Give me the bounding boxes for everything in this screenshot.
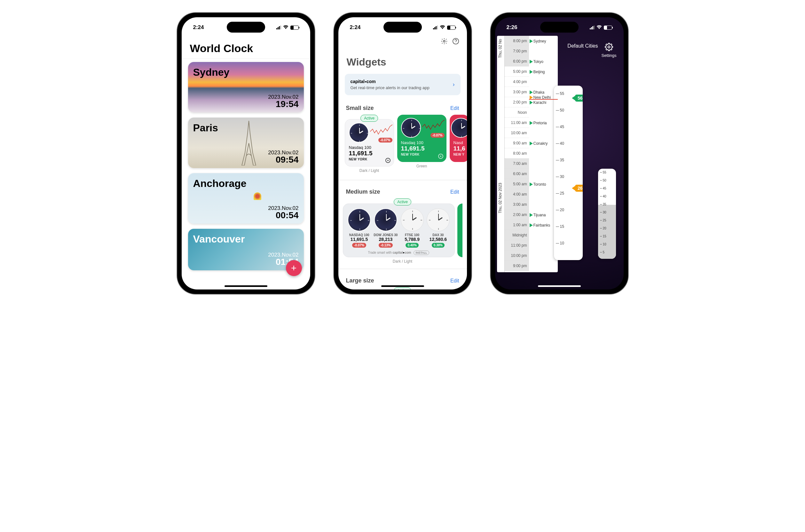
- section-medium-header: Medium size Edit: [339, 185, 467, 198]
- small-widget-red[interactable]: Nasd 11,69 NEW Y: [450, 115, 467, 162]
- index-name: DAX 30: [433, 233, 444, 237]
- help-icon[interactable]: [452, 38, 459, 46]
- clock-icon: [374, 208, 397, 231]
- small-widgets-row[interactable]: Active -0.07% Nasdaq 100 11,691.5 NEW YO…: [339, 115, 467, 175]
- notch: [540, 22, 579, 33]
- small-widget-light[interactable]: -0.07% Nasdaq 100 11,691.5 NEW YORK: [345, 119, 394, 167]
- plus-icon: +: [291, 263, 297, 273]
- scale-tick: 30: [556, 174, 564, 179]
- bullet-icon: [365, 81, 366, 82]
- pct-change: -0.07%: [431, 133, 444, 138]
- now-line: [529, 99, 558, 100]
- marker-city-label: Conakry: [533, 141, 548, 146]
- settings-icon[interactable]: [441, 38, 448, 46]
- edit-button[interactable]: Edit: [450, 189, 459, 195]
- wifi-icon: [283, 25, 289, 30]
- scale-tick: 55: [556, 91, 564, 96]
- section-title: Large size: [346, 277, 374, 284]
- svg-line-29: [386, 218, 390, 221]
- hour-row: 6:00 pm: [505, 56, 529, 66]
- phone-mock-3: 2:26 Default Cities Settings Thu, 02 No …: [491, 13, 628, 294]
- city-card-paris[interactable]: Paris 2023.Nov.02 09:54: [188, 118, 304, 168]
- battery-icon: [604, 25, 612, 30]
- marker-triangle-green-icon: [530, 141, 533, 145]
- hour-row: 7:00 pm: [505, 46, 529, 56]
- battery-icon: [290, 25, 299, 30]
- city-card-sydney[interactable]: Sydney 2023.Nov.02 19:54: [188, 62, 304, 112]
- scale-tick: 40: [556, 141, 564, 146]
- svg-line-17: [461, 126, 465, 129]
- scale-card-2[interactable]: 555045403530252015105: [598, 169, 616, 259]
- marker-city-label: Beijing: [533, 70, 545, 74]
- add-city-button[interactable]: +: [286, 260, 302, 276]
- scale-tick: 25: [556, 191, 564, 195]
- screen: 2:24 Widgets capitalcom: [339, 17, 467, 289]
- default-cities-button[interactable]: Default Cities: [567, 43, 598, 49]
- marker-triangle-green-icon: [530, 91, 533, 94]
- clock-icon: [451, 118, 467, 138]
- scale-tick: 15: [600, 234, 606, 238]
- scale-tick: 55: [600, 171, 606, 174]
- marker-triangle-green-icon: [530, 183, 533, 186]
- medium-widget[interactable]: NASDAQ 100 11,691.5 -0.07% DOW JONES 30 …: [343, 204, 455, 257]
- pct-change: 0.40%: [405, 243, 418, 248]
- settings-button[interactable]: Settings: [602, 43, 617, 58]
- marker-city-label: Tokyo: [533, 59, 543, 64]
- city-list[interactable]: Sydney 2023.Nov.02 19:54 Paris 2023.Nov.…: [182, 59, 310, 270]
- marker-city-label: Pretoria: [533, 121, 547, 125]
- hour-row: 9:00 am: [505, 138, 529, 148]
- widget-sub: NEW YORK: [401, 153, 443, 156]
- notch: [383, 22, 422, 33]
- home-indicator[interactable]: [381, 285, 424, 287]
- city-marker: Tijuana: [530, 213, 546, 217]
- hour-row: 4:00 am: [505, 189, 529, 200]
- small-widget-green[interactable]: -0.07% Nasdaq 100 11,691.5 NEW YORK: [397, 115, 446, 162]
- home-indicator[interactable]: [224, 285, 268, 287]
- clock-icon: [349, 123, 369, 142]
- hour-row: 4:00 pm: [505, 77, 529, 87]
- install-pill[interactable]: INSTALL: [414, 250, 429, 255]
- hour-row: 2:00 am: [505, 210, 529, 220]
- scale-tick: 50: [600, 178, 606, 182]
- scale-tick: 20: [556, 208, 564, 212]
- index-value: 5,788.9: [405, 237, 420, 242]
- medium-widget-green-peek[interactable]: [457, 204, 462, 257]
- marker-triangle-green-icon: [530, 223, 533, 227]
- svg-point-0: [443, 40, 445, 42]
- index-value: 12,580.6: [429, 237, 447, 242]
- phone-mock-2: 2:24 Widgets capitalcom: [334, 13, 471, 294]
- day-label-top: Thu, 02 No: [498, 39, 502, 58]
- edit-button[interactable]: Edit: [450, 106, 459, 111]
- screen: 2:24 World Clock Sydney 2023.Nov.02 19:5…: [182, 17, 310, 289]
- timezone-panel[interactable]: Thu, 02 No Thu, 02 Nov 2023 8:00 pm7:00 …: [497, 36, 558, 272]
- scale-card-1[interactable]: 55504540353025201510 56 26: [554, 86, 583, 260]
- hour-row: 1:00 am: [505, 220, 529, 230]
- widget-name: Nasdaq 100: [349, 145, 390, 150]
- city-marker: Fairbanks: [530, 223, 550, 228]
- pct-change: -0.07%: [378, 138, 392, 142]
- target-icon: [438, 154, 443, 159]
- home-indicator[interactable]: [538, 285, 581, 287]
- hour-row: 5:00 am: [505, 179, 529, 189]
- sparkline-icon: [422, 118, 444, 132]
- hours-column[interactable]: 8:00 pm7:00 pm6:00 pm5:00 pm4:00 pm3:00 …: [505, 36, 529, 272]
- hour-row: 8:00 am: [505, 148, 529, 158]
- index-value: 11,691.5: [350, 237, 368, 242]
- svg-point-42: [608, 46, 610, 48]
- scale-tick: 35: [600, 203, 606, 206]
- city-card-vancouver[interactable]: Vancouver 2023.Nov.02 01:54: [188, 229, 304, 270]
- hour-row: 10:00 am: [505, 128, 529, 138]
- index-name: FTSE 100: [405, 233, 419, 237]
- status-icons: [276, 25, 299, 30]
- marker-triangle-green-icon: [530, 213, 533, 217]
- widget-caption: Dark / Light: [339, 259, 467, 264]
- edit-button[interactable]: Edit: [450, 278, 459, 284]
- scale-tick: 15: [556, 224, 564, 229]
- widget-caption: Green: [416, 164, 427, 168]
- promo-banner[interactable]: capitalcom Get real-time price alerts in…: [345, 74, 460, 95]
- marker-city-label: Dhaka: [533, 90, 545, 95]
- city-card-anchorage[interactable]: Anchorage 2023.Nov.02 00:54: [188, 173, 304, 224]
- active-badge: Active: [394, 198, 411, 206]
- widget-name: Nasd: [454, 140, 465, 145]
- city-marker: Sydney: [530, 39, 546, 43]
